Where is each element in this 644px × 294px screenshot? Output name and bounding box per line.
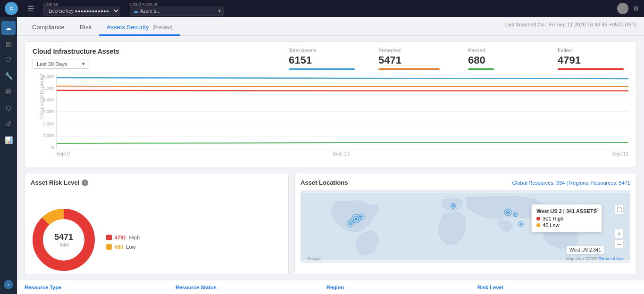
table-col-region[interactable]: Region xyxy=(326,285,477,290)
risk-legend: 4791 High 680 Low xyxy=(106,235,140,250)
sidebar-item-building[interactable]: 🏛 xyxy=(1,85,16,99)
sidebar-item-tools[interactable]: 🔧 xyxy=(1,69,16,83)
license-select[interactable]: License key ●●●●●●●●●●●● xyxy=(43,7,120,16)
y-label-3000: 3,000 xyxy=(43,109,54,114)
donut-total-label: Total xyxy=(54,242,73,247)
tab-risk[interactable]: Risk xyxy=(72,20,99,36)
zoom-in-button[interactable]: + xyxy=(614,229,624,238)
legend-low-label: Low xyxy=(126,244,135,250)
svg-point-16 xyxy=(360,215,363,218)
sidebar-expand-button[interactable]: > xyxy=(4,280,13,289)
sidebar-item-shield[interactable]: 🛡 xyxy=(1,53,16,67)
map-attribution[interactable]: Map data ©2020 Terms of Use xyxy=(566,256,624,261)
stats-section: Cloud Infrastructure Assets Last 30 Days… xyxy=(25,41,636,167)
table-col-risk-level[interactable]: Risk Level xyxy=(477,285,636,290)
y-label-2000: 2,000 xyxy=(43,122,54,126)
tooltip-low-value: 40 Low xyxy=(543,222,559,228)
map-background[interactable]: ✕ West US 2 | 341 ASSETS 301 High 40 Low… xyxy=(301,190,630,263)
chart-y-axis: 6,000 5,000 4,000 3,000 2,000 1,000 0 xyxy=(33,74,56,150)
tooltip-low-dot xyxy=(536,223,540,227)
stats-header: Cloud Infrastructure Assets Last 30 Days… xyxy=(33,48,628,70)
global-resources-value[interactable]: 334 xyxy=(556,180,566,186)
table-col-resource-type[interactable]: Resource Type xyxy=(25,285,176,290)
sidebar: ☁ ▦ 🛡 🔧 🏛 ⬡ ↺ 📊 > xyxy=(0,17,17,294)
donut-chart: 5471 Total xyxy=(31,207,97,273)
legend-high-count: 4791 xyxy=(115,235,126,240)
passed-value: 680 xyxy=(468,54,539,66)
legend-item-high: 4791 High xyxy=(106,235,140,240)
chart-svg xyxy=(57,74,628,149)
risk-title-text: Asset Risk Level xyxy=(31,179,79,186)
chart-canvas xyxy=(56,74,628,149)
gear-icon[interactable]: ⚙ xyxy=(633,5,639,12)
cloud-account-value: Azure s... xyxy=(140,8,160,14)
donut-center: 5471 Total xyxy=(54,232,73,247)
sidebar-item-history[interactable]: ↺ xyxy=(1,117,16,131)
regional-resources-value[interactable]: 5471 xyxy=(619,180,630,186)
zoom-out-button[interactable]: − xyxy=(614,239,624,249)
sidebar-item-cloud[interactable]: ☁ xyxy=(1,21,16,35)
global-resources-label: Global Resources: xyxy=(512,180,555,186)
metric-protected: Protected 5471 xyxy=(378,48,449,70)
stats-metrics: Total Assets 6151 Protected 5471 Passed … xyxy=(127,48,628,70)
y-label-6000: 6,000 xyxy=(43,74,54,79)
metric-failed: Failed 4791 xyxy=(558,48,628,70)
svg-point-23 xyxy=(514,213,517,216)
dropdown-arrow-icon: ▾ xyxy=(218,8,221,14)
y-axis-title: TOTAL ASSETS COUNT xyxy=(40,73,44,120)
risk-panel: Asset Risk Level i xyxy=(25,173,289,274)
azure-icon: ☁ xyxy=(133,8,138,14)
google-logo: Google xyxy=(307,256,321,261)
svg-point-29 xyxy=(519,223,522,226)
risk-title: Asset Risk Level i xyxy=(31,179,88,186)
menu-icon[interactable]: ☰ xyxy=(27,4,34,13)
license-section: License License key ●●●●●●●●●●●● xyxy=(43,2,120,16)
protected-label: Protected xyxy=(378,48,449,53)
map-terms-link[interactable]: Terms of Use xyxy=(599,256,624,261)
tab-risk-label: Risk xyxy=(80,24,92,31)
topbar-right: ⚙ xyxy=(617,3,639,14)
sidebar-item-dashboard[interactable]: ▦ xyxy=(1,37,16,51)
content-area: Cloud Infrastructure Assets Last 30 Days… xyxy=(17,36,644,280)
regional-resources-label: Regional Resources: xyxy=(569,180,617,186)
protected-value: 5471 xyxy=(378,54,449,66)
sidebar-item-chart[interactable]: 📊 xyxy=(1,133,16,147)
svg-point-11 xyxy=(355,218,358,220)
tab-assets-security[interactable]: Assets Security (Preview) xyxy=(99,20,180,36)
fullscreen-button[interactable]: ⛶ xyxy=(614,205,624,214)
map-data-text: Map data ©2020 xyxy=(566,256,598,261)
tab-assets-security-badge: (Preview) xyxy=(152,25,172,30)
stats-title-area: Cloud Infrastructure Assets Last 30 Days… xyxy=(33,48,127,69)
bottom-panels: Asset Risk Level i xyxy=(25,173,636,274)
table-col-resource-status[interactable]: Resource Status xyxy=(176,285,326,290)
map-panel: Asset Locations Global Resources: 334 | … xyxy=(294,173,636,274)
tab-compliance[interactable]: Compliance xyxy=(25,20,72,36)
total-assets-bar xyxy=(289,68,355,70)
license-label: License xyxy=(43,2,120,7)
date-filter-value: Last 30 Days xyxy=(37,61,67,67)
protected-bar xyxy=(378,68,440,70)
failed-bar xyxy=(558,68,624,70)
avatar[interactable] xyxy=(617,3,628,14)
chart-area: 6,000 5,000 4,000 3,000 2,000 1,000 0 TO… xyxy=(33,74,628,161)
legend-item-low: 680 Low xyxy=(106,244,140,250)
y-label-5000: 5,000 xyxy=(43,86,54,90)
risk-content: 5471 Total 4791 High 680 xyxy=(31,197,140,273)
date-filter-dropdown[interactable]: Last 30 Days ▾ xyxy=(33,59,89,69)
cloud-assets-title: Cloud Infrastructure Assets xyxy=(33,48,127,55)
legend-high-dot xyxy=(106,235,112,240)
map-resources: Global Resources: 334 | Regional Resourc… xyxy=(512,180,630,186)
main-content: Compliance Risk Assets Security (Preview… xyxy=(17,17,644,294)
tooltip-close-button[interactable]: ✕ xyxy=(594,206,599,213)
total-assets-value: 6151 xyxy=(289,54,360,66)
app-logo: C xyxy=(5,2,18,15)
sidebar-item-network[interactable]: ⬡ xyxy=(1,101,16,115)
tooltip-high-value: 301 High xyxy=(543,216,563,221)
failed-value: 4791 xyxy=(558,54,628,66)
metric-total-assets: Total Assets 6151 xyxy=(289,48,360,70)
x-label-sept9: Sept 9 xyxy=(56,151,70,156)
risk-info-icon[interactable]: i xyxy=(82,180,88,186)
tab-bar: Compliance Risk Assets Security (Preview… xyxy=(17,17,644,36)
tooltip-item-high: 301 High xyxy=(536,216,597,221)
cloud-account-select[interactable]: ☁ Azure s... ▾ xyxy=(130,7,224,16)
